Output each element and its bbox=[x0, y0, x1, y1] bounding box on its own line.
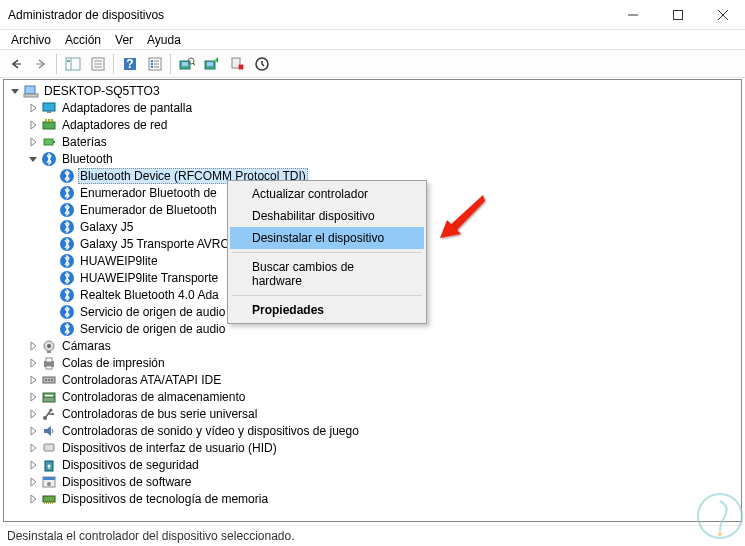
tree-node-label: Galaxy J5 bbox=[78, 220, 135, 234]
tree-node-label: HUAWEIP9lite bbox=[78, 254, 160, 268]
chevron-right-icon[interactable] bbox=[26, 441, 40, 455]
tree-category-disp[interactable]: Adaptadores de pantalla bbox=[6, 99, 741, 116]
ctx-disable-device[interactable]: Deshabilitar dispositivo bbox=[230, 205, 424, 227]
minimize-button[interactable] bbox=[610, 0, 655, 30]
svg-rect-81 bbox=[46, 502, 47, 504]
mem-icon bbox=[41, 491, 57, 507]
tree-node-label: Adaptadores de red bbox=[60, 118, 169, 132]
bluetooth-icon bbox=[59, 270, 75, 286]
close-button[interactable] bbox=[700, 0, 745, 30]
tree-category-snd[interactable]: Controladoras de sonido y vídeo y dispos… bbox=[6, 422, 741, 439]
svg-rect-38 bbox=[48, 119, 50, 122]
update-driver-button[interactable] bbox=[200, 53, 223, 75]
tree-node-label: Baterías bbox=[60, 135, 109, 149]
computer-icon bbox=[23, 83, 39, 99]
chevron-right-icon[interactable] bbox=[26, 135, 40, 149]
tree-category-bt[interactable]: Bluetooth bbox=[6, 150, 741, 167]
bluetooth-icon bbox=[59, 219, 75, 235]
tree-node-label: Dispositivos de tecnología de memoria bbox=[60, 492, 270, 506]
chevron-right-icon[interactable] bbox=[26, 492, 40, 506]
bluetooth-icon bbox=[59, 304, 75, 320]
chevron-right-icon[interactable] bbox=[26, 390, 40, 404]
tree-category-sec[interactable]: Dispositivos de seguridad bbox=[6, 456, 741, 473]
maximize-button[interactable] bbox=[655, 0, 700, 30]
chevron-right-icon[interactable] bbox=[26, 424, 40, 438]
show-hide-tree-button[interactable] bbox=[61, 53, 84, 75]
tree-node-label: Galaxy J5 Transporte AVRC bbox=[78, 237, 231, 251]
chevron-right-icon[interactable] bbox=[26, 407, 40, 421]
toolbar-separator bbox=[56, 54, 57, 74]
menu-help[interactable]: Ayuda bbox=[140, 31, 188, 49]
tree-category-bat[interactable]: Baterías bbox=[6, 133, 741, 150]
chevron-down-icon[interactable] bbox=[26, 152, 40, 166]
tree-category-hid[interactable]: Dispositivos de interfaz de usuario (HID… bbox=[6, 439, 741, 456]
svg-rect-37 bbox=[45, 119, 47, 122]
ctx-update-driver[interactable]: Actualizar controlador bbox=[230, 183, 424, 205]
tree-category-cam[interactable]: Cámaras bbox=[6, 337, 741, 354]
svg-rect-55 bbox=[47, 351, 51, 353]
tree-node-label: Servicio de origen de audio bbox=[78, 305, 227, 319]
ctx-separator bbox=[232, 252, 422, 253]
details-button[interactable] bbox=[143, 53, 166, 75]
chevron-right-icon[interactable] bbox=[26, 339, 40, 353]
back-button[interactable] bbox=[4, 53, 27, 75]
disable-button[interactable] bbox=[250, 53, 273, 75]
svg-rect-71 bbox=[44, 444, 54, 451]
chevron-right-icon[interactable] bbox=[26, 475, 40, 489]
chevron-right-icon[interactable] bbox=[26, 458, 40, 472]
tree-root[interactable]: DESKTOP-SQ5TTO3 bbox=[6, 82, 741, 99]
svg-text:?: ? bbox=[126, 57, 133, 71]
window-title: Administrador de dispositivos bbox=[0, 8, 610, 22]
svg-point-60 bbox=[45, 379, 47, 381]
tree-node-label: Enumerador Bluetooth de bbox=[78, 186, 219, 200]
scan-hardware-button[interactable] bbox=[175, 53, 198, 75]
svg-rect-33 bbox=[24, 94, 38, 97]
properties-button[interactable] bbox=[86, 53, 109, 75]
tree-node-label: Controladoras ATA/ATAPI IDE bbox=[60, 373, 223, 387]
tree-node-label: HUAWEIP9lite Transporte bbox=[78, 271, 220, 285]
chevron-right-icon[interactable] bbox=[26, 356, 40, 370]
tree-category-net[interactable]: Adaptadores de red bbox=[6, 116, 741, 133]
tree-category-mem[interactable]: Dispositivos de tecnología de memoria bbox=[6, 490, 741, 507]
tree-category-sw[interactable]: Dispositivos de software bbox=[6, 473, 741, 490]
svg-rect-80 bbox=[44, 502, 45, 504]
chevron-down-icon[interactable] bbox=[8, 84, 22, 98]
svg-rect-36 bbox=[43, 122, 55, 129]
svg-rect-41 bbox=[53, 141, 55, 143]
chevron-right-icon[interactable] bbox=[26, 118, 40, 132]
bluetooth-icon bbox=[59, 321, 75, 337]
chevron-right-icon[interactable] bbox=[26, 101, 40, 115]
uninstall-button[interactable] bbox=[225, 53, 248, 75]
ctx-scan-hardware[interactable]: Buscar cambios de hardware bbox=[230, 256, 424, 292]
sw-icon bbox=[41, 474, 57, 490]
menu-file[interactable]: Archivo bbox=[4, 31, 58, 49]
cam-icon bbox=[41, 338, 57, 354]
bluetooth-icon bbox=[59, 236, 75, 252]
ctx-properties[interactable]: Propiedades bbox=[230, 299, 424, 321]
watermark-icon bbox=[675, 476, 745, 546]
svg-rect-32 bbox=[25, 86, 35, 94]
svg-rect-57 bbox=[46, 358, 52, 362]
bt-icon bbox=[41, 151, 57, 167]
tree-category-prn[interactable]: Colas de impresión bbox=[6, 354, 741, 371]
help-button[interactable]: ? bbox=[118, 53, 141, 75]
menu-action[interactable]: Acción bbox=[58, 31, 108, 49]
spacer bbox=[44, 169, 58, 183]
tree-category-ide[interactable]: Controladoras ATA/ATAPI IDE bbox=[6, 371, 741, 388]
tree-category-usb[interactable]: Controladoras de bus serie universal bbox=[6, 405, 741, 422]
tree-node-label: Dispositivos de seguridad bbox=[60, 458, 201, 472]
tree-node-label: Dispositivos de software bbox=[60, 475, 193, 489]
menu-view[interactable]: Ver bbox=[108, 31, 140, 49]
tree-category-sto[interactable]: Controladoras de almacenamiento bbox=[6, 388, 741, 405]
toolbar-separator bbox=[170, 54, 171, 74]
svg-point-85 bbox=[698, 494, 742, 538]
ctx-uninstall-device[interactable]: Desinstalar el dispositivo bbox=[230, 227, 424, 249]
tree-node-label: DESKTOP-SQ5TTO3 bbox=[42, 84, 162, 98]
chevron-right-icon[interactable] bbox=[26, 373, 40, 387]
svg-point-78 bbox=[47, 482, 51, 486]
bluetooth-icon bbox=[59, 253, 75, 269]
spacer bbox=[44, 186, 58, 200]
context-menu: Actualizar controlador Deshabilitar disp… bbox=[227, 180, 427, 324]
forward-button[interactable] bbox=[29, 53, 52, 75]
spacer bbox=[44, 288, 58, 302]
